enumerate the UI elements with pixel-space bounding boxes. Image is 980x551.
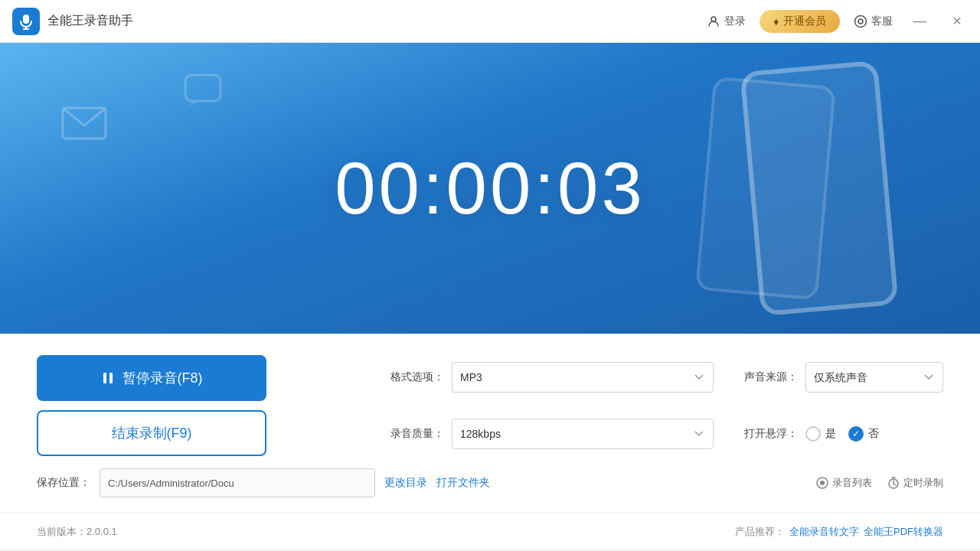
format-label: 格式选项：	[390, 370, 444, 384]
app-title: 全能王录音助手	[47, 13, 133, 29]
title-bar: 全能王录音助手 登录 ♦ 开通会员 客服 — ×	[0, 0, 980, 43]
service-button[interactable]: 客服	[854, 15, 893, 28]
close-button[interactable]: ×	[946, 9, 968, 33]
product2-link[interactable]: 全能王PDF转换器	[864, 525, 943, 539]
float-radio-group: 是 否	[805, 426, 879, 442]
timer-record-button[interactable]: 定时录制	[887, 476, 943, 490]
login-label: 登录	[724, 15, 746, 28]
app-logo	[12, 8, 40, 35]
timer-display: 00:00:03	[335, 146, 645, 230]
float-yes-option[interactable]: 是	[805, 426, 836, 442]
controls-grid: 格式选项： MP3 WAV AAC FLAC OGG 声音来源： 仅系统声音 仅…	[37, 355, 943, 456]
vip-icon: ♦	[773, 15, 779, 28]
float-row: 打开悬浮： 是 否	[744, 426, 943, 442]
controls-section: 格式选项： MP3 WAV AAC FLAC OGG 声音来源： 仅系统声音 仅…	[0, 334, 980, 513]
source-row: 声音来源： 仅系统声音 仅麦克风 系统+麦克风	[744, 362, 943, 393]
save-row: 保存位置： 更改目录 打开文件夹 录音列表 定时录制	[37, 468, 943, 497]
record-list-label: 录音列表	[832, 476, 872, 490]
pause-button[interactable]: 暂停录音(F8)	[37, 355, 266, 401]
footer-products: 产品推荐： 全能录音转文字 全能王PDF转换器	[735, 525, 943, 539]
float-no-option[interactable]: 否	[848, 426, 879, 442]
login-button[interactable]: 登录	[707, 15, 746, 28]
svg-rect-0	[23, 15, 29, 24]
quality-row: 录音质量： 64kbps 128kbps 192kbps 320kbps	[390, 419, 714, 449]
stop-button[interactable]: 结束录制(F9)	[37, 410, 266, 456]
svg-line-14	[893, 484, 896, 485]
action-buttons: 暂停录音(F8) 结束录制(F9)	[37, 355, 360, 456]
title-bar-actions: 登录 ♦ 开通会员 客服 — ×	[707, 9, 968, 33]
svg-rect-9	[109, 373, 113, 383]
svg-point-4	[855, 15, 867, 27]
vip-button[interactable]: ♦ 开通会员	[760, 10, 840, 33]
svg-point-3	[711, 17, 716, 21]
record-list-button[interactable]: 录音列表	[816, 476, 872, 490]
stop-label: 结束录制(F9)	[112, 424, 192, 442]
product1-link[interactable]: 全能录音转文字	[789, 525, 859, 539]
float-yes-label: 是	[825, 427, 836, 441]
hero-section: 00:00:03	[0, 43, 980, 334]
record-list-icon	[816, 477, 828, 489]
source-select[interactable]: 仅系统声音 仅麦克风 系统+麦克风	[805, 362, 943, 393]
extra-links: 录音列表 定时录制	[816, 476, 943, 490]
service-icon	[854, 15, 867, 28]
timer-record-label: 定时录制	[903, 476, 943, 490]
recommend-label: 产品推荐：	[735, 525, 785, 539]
deco-chat	[184, 73, 222, 111]
footer: 当前版本：2.0.0.1 产品推荐： 全能录音转文字 全能王PDF转换器	[0, 513, 980, 549]
float-no-radio[interactable]	[848, 426, 864, 442]
quality-select[interactable]: 64kbps 128kbps 192kbps 320kbps	[452, 419, 714, 449]
svg-rect-8	[103, 373, 106, 383]
source-label: 声音来源：	[744, 370, 798, 384]
user-icon	[707, 15, 720, 28]
svg-point-5	[858, 19, 863, 24]
format-select[interactable]: MP3 WAV AAC FLAC OGG	[452, 362, 714, 393]
phone-decoration-2	[695, 77, 836, 301]
svg-point-11	[820, 481, 825, 485]
timer-icon	[887, 477, 900, 489]
change-dir-button[interactable]: 更改目录	[384, 476, 427, 490]
format-row: 格式选项： MP3 WAV AAC FLAC OGG	[390, 362, 714, 393]
pause-icon	[101, 371, 115, 385]
service-label: 客服	[871, 15, 893, 28]
save-path-input[interactable]	[100, 468, 375, 497]
open-folder-button[interactable]: 打开文件夹	[436, 476, 490, 490]
svg-rect-7	[185, 75, 220, 101]
vip-label: 开通会员	[783, 15, 826, 28]
minimize-button[interactable]: —	[906, 10, 933, 32]
pause-label: 暂停录音(F8)	[122, 369, 203, 387]
save-label: 保存位置：	[37, 476, 90, 490]
version-label: 当前版本：2.0.0.1	[37, 525, 117, 539]
float-label: 打开悬浮：	[744, 427, 798, 441]
float-yes-radio[interactable]	[805, 426, 821, 442]
deco-envelope	[61, 104, 107, 145]
float-no-label: 否	[868, 427, 879, 441]
quality-label: 录音质量：	[390, 427, 444, 441]
